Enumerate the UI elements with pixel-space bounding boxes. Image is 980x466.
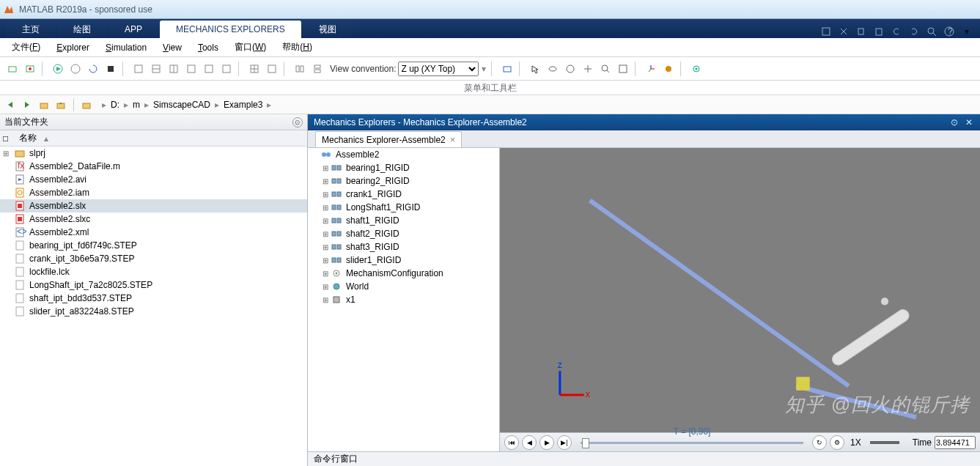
tool-stop-icon[interactable] <box>103 61 119 77</box>
tree-expand-icon[interactable]: ⊞ <box>321 217 330 225</box>
menu-help[interactable]: 帮助(H) <box>275 39 320 56</box>
tool-pan-icon[interactable] <box>580 61 596 77</box>
file-row[interactable]: slider_ipt_a83224a8.STEP <box>0 305 307 318</box>
tree-expand-icon[interactable]: ⊞ <box>321 270 330 278</box>
qat-help-icon[interactable]: ? <box>942 25 957 38</box>
file-row[interactable]: shaft_ipt_bdd3d537.STEP <box>0 292 307 305</box>
tree-expand-icon[interactable]: ⊞ <box>321 243 330 251</box>
time-slider[interactable]: T = [0,90] <box>581 437 803 448</box>
qat-paste-icon[interactable] <box>872 25 886 38</box>
tab-plot[interactable]: 绘图 <box>57 21 107 38</box>
time-value-input[interactable] <box>935 436 976 449</box>
tab-view[interactable]: 视图 <box>303 21 353 38</box>
tree-row[interactable]: ⊞bearing1_RIGID <box>308 161 499 174</box>
view-convention-select[interactable]: Z up (XY Top) <box>398 62 479 76</box>
tree-row[interactable]: ⊞MechanismConfiguration <box>308 267 499 280</box>
tool-selmode-b-icon[interactable] <box>309 61 325 77</box>
speed-slider[interactable] <box>870 441 899 444</box>
qat-save-icon[interactable] <box>819 25 833 38</box>
tree-row[interactable]: ⊞x1 <box>308 293 499 306</box>
nav-forward-icon[interactable] <box>20 97 34 112</box>
tree-row[interactable]: ⊞shaft3_RIGID <box>308 240 499 254</box>
mechanics-tab[interactable]: Mechanics Explorer-Assemble2 × <box>315 131 462 147</box>
qat-dropdown-icon[interactable]: ▾ <box>959 25 974 38</box>
3d-viewport[interactable]: z x 知乎 @回火的锟斤拷 ⏮ ◀ ▶ ▶| T = [0,90] ↻ <box>500 148 980 451</box>
tool-step-icon[interactable] <box>67 61 84 77</box>
tree-expand-icon[interactable]: ⊞ <box>321 230 330 238</box>
tree-row[interactable]: ⊞slider1_RIGID <box>308 254 499 267</box>
menu-tools[interactable]: Tools <box>191 40 226 55</box>
qat-search-icon[interactable] <box>924 25 939 38</box>
nav-back-icon[interactable] <box>3 97 18 112</box>
file-row[interactable]: lockfile.lck <box>0 265 307 278</box>
crumb-drive[interactable]: D: <box>108 98 122 111</box>
tree-row[interactable]: ⊞LongShaft1_RIGID <box>308 201 499 214</box>
panel-menu-icon[interactable]: ⊙ <box>292 117 303 127</box>
file-row[interactable]: LongShaft_ipt_7a2c8025.STEP <box>0 278 307 292</box>
model-tree[interactable]: Assemble2 ⊞bearing1_RIGID⊞bearing2_RIGID… <box>308 148 500 451</box>
tree-expand-icon[interactable]: ⊞ <box>321 164 330 172</box>
tool-settings-icon[interactable] <box>688 61 704 77</box>
file-row[interactable]: Assemble2.slx <box>0 199 307 212</box>
nav-folder-icon[interactable] <box>79 97 94 112</box>
play-speed-icon[interactable]: ⚙ <box>830 435 844 450</box>
tree-expand-icon[interactable]: ⊞ <box>321 191 330 199</box>
tree-row[interactable]: ⊞bearing2_RIGID <box>308 174 499 188</box>
file-list[interactable]: ⊞slprjfxAssemble2_DataFile.mAssemble2.av… <box>0 147 307 466</box>
nav-parent-icon[interactable] <box>54 97 68 112</box>
tool-pointer-icon[interactable] <box>527 61 543 77</box>
file-row[interactable]: fxAssemble2_DataFile.m <box>0 160 307 173</box>
tree-expand-icon[interactable]: ⊞ <box>321 296 330 304</box>
menu-simulation[interactable]: Simulation <box>98 40 154 55</box>
tool-view-right-icon[interactable] <box>218 61 235 77</box>
tool-camera-icon[interactable] <box>499 61 515 77</box>
menu-view[interactable]: View <box>155 40 189 55</box>
tree-row[interactable]: ⊞shaft2_RIGID <box>308 227 499 240</box>
nav-up-folder-icon[interactable] <box>37 97 51 112</box>
tree-expand-icon[interactable]: ⊞ <box>321 283 330 291</box>
qat-copy-icon[interactable] <box>854 25 869 38</box>
tree-expand-icon[interactable]: ⊞ <box>321 204 330 212</box>
file-row[interactable]: <>Assemble2.xml <box>0 226 307 239</box>
tool-view-side-icon[interactable] <box>166 61 182 77</box>
menu-file[interactable]: 文件(F) <box>4 39 48 56</box>
menu-window[interactable]: 窗口(W) <box>227 39 273 56</box>
tool-grid-b-icon[interactable] <box>264 61 280 77</box>
crumb-1[interactable]: m <box>130 98 143 111</box>
tree-row[interactable]: ⊞crank1_RIGID <box>308 188 499 201</box>
tool-play-icon[interactable] <box>50 61 66 77</box>
tool-spin-icon[interactable] <box>562 61 578 77</box>
tree-row[interactable]: ⊞World <box>308 280 499 293</box>
tool-zoom-icon[interactable] <box>597 61 614 77</box>
file-row[interactable]: Assemble2.avi <box>0 173 307 186</box>
tab-mechanics-explorers[interactable]: MECHANICS EXPLORERS <box>160 21 301 38</box>
qat-undo-icon[interactable] <box>889 25 904 38</box>
tool-view-iso-icon[interactable] <box>130 61 147 77</box>
crumb-2[interactable]: SimscapeCAD <box>150 98 213 111</box>
qat-redo-icon[interactable] <box>907 25 921 38</box>
panel-close-icon[interactable]: ✕ <box>964 117 974 127</box>
play-next-icon[interactable]: ▶| <box>557 435 572 450</box>
tool-snapshot-icon[interactable] <box>4 61 21 77</box>
tab-app[interactable]: APP <box>108 21 158 38</box>
tree-row[interactable]: ⊞shaft1_RIGID <box>308 214 499 227</box>
tree-expand-icon[interactable]: ⊞ <box>321 256 330 265</box>
play-loop-icon[interactable]: ↻ <box>812 435 827 450</box>
tool-record-icon[interactable] <box>22 61 38 77</box>
crumb-3[interactable]: Example3 <box>221 98 265 111</box>
tool-selmode-a-icon[interactable] <box>292 61 308 77</box>
file-row[interactable]: Assemble2.iam <box>0 186 307 199</box>
play-prev-icon[interactable]: ◀ <box>522 435 537 450</box>
file-row[interactable]: ⊞slprj <box>0 147 307 160</box>
play-play-icon[interactable]: ▶ <box>539 435 554 450</box>
file-row[interactable]: crank_ipt_3b6e5a79.STEP <box>0 252 307 265</box>
folder-col-icon[interactable]: □ <box>3 133 15 144</box>
tool-view-left-icon[interactable] <box>201 61 217 77</box>
folder-col-name[interactable]: 名称 <box>19 132 37 144</box>
tree-expand-icon[interactable]: ⊞ <box>321 177 330 185</box>
tool-fit-icon[interactable] <box>615 61 631 77</box>
qat-cut-icon[interactable] <box>836 25 851 38</box>
file-row[interactable]: bearing_ipt_fd6f749c.STEP <box>0 239 307 252</box>
play-first-icon[interactable]: ⏮ <box>504 435 519 450</box>
tool-view-top-icon[interactable] <box>183 61 199 77</box>
